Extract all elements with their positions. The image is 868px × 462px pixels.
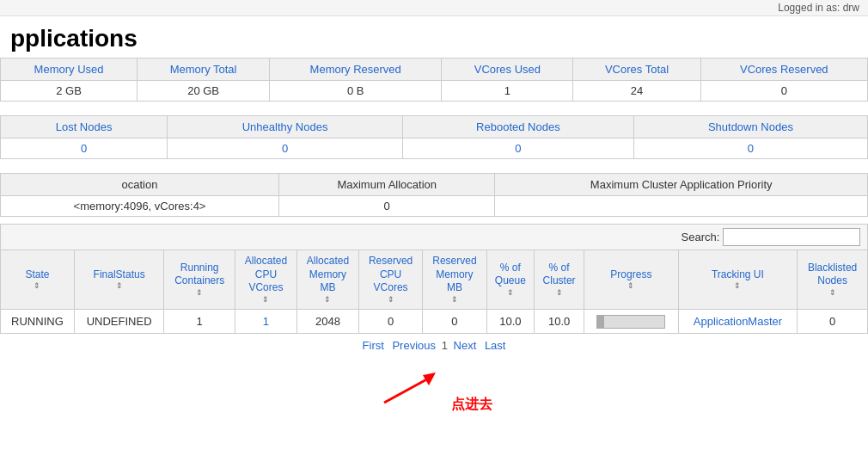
- col-lost-nodes: Lost Nodes: [1, 116, 168, 139]
- cell-cluster-percent: 10.0: [535, 310, 584, 334]
- col-vcores-total: VCores Total: [573, 59, 700, 81]
- pagination: First Previous 1 Next Last: [0, 334, 868, 357]
- cell-queue-percent: 10.0: [486, 310, 534, 334]
- val-shutdown-nodes[interactable]: 0: [633, 139, 867, 159]
- stats-row-nodes: 0 0 0 0: [1, 139, 868, 159]
- cell-reserved-cpu: 0: [358, 310, 422, 334]
- cell-running-containers: 1: [164, 310, 235, 334]
- th-cluster-percent[interactable]: % ofCluster⇕: [535, 250, 584, 310]
- search-label: Search:: [682, 231, 720, 243]
- logged-in-text: Logged in as: drw: [778, 2, 859, 14]
- pagination-page: 1: [442, 339, 448, 352]
- allocation-row: <memory:4096, vCores:4> 0: [1, 196, 868, 217]
- val-vcores-reserved: 0: [700, 81, 867, 102]
- val-max-allocation: 0: [279, 196, 495, 217]
- table-row: RUNNINGUNDEFINED1120480010.010.0Applicat…: [1, 310, 868, 334]
- pagination-first[interactable]: First: [363, 339, 384, 352]
- svg-marker-1: [423, 373, 436, 385]
- val-memory-total: 20 GB: [138, 81, 270, 102]
- pagination-next[interactable]: Next: [454, 339, 477, 352]
- col-cluster-priority: Maximum Cluster Application Priority: [495, 174, 868, 196]
- col-max-allocation: Maximum Allocation: [279, 174, 495, 196]
- red-arrow-icon: [376, 368, 444, 411]
- page-title: pplications: [0, 16, 868, 58]
- col-memory-reserved: Memory Reserved: [270, 59, 442, 81]
- val-lost-nodes[interactable]: 0: [1, 139, 168, 159]
- val-vcores-used: 1: [442, 81, 573, 102]
- top-bar: Logged in as: drw: [0, 0, 868, 16]
- val-cluster-priority: [495, 196, 868, 217]
- val-unhealthy-nodes[interactable]: 0: [168, 139, 403, 159]
- th-running-containers[interactable]: RunningContainers⇕: [164, 250, 235, 310]
- th-state[interactable]: State⇕: [1, 250, 75, 310]
- search-input[interactable]: [723, 228, 860, 246]
- col-shutdown-nodes: Shutdown Nodes: [633, 116, 867, 139]
- stats-table-nodes: Lost Nodes Unhealthy Nodes Rebooted Node…: [0, 115, 868, 159]
- annotation-area: 点进去: [0, 357, 868, 417]
- th-progress[interactable]: Progress⇕: [584, 250, 679, 310]
- cell-reserved-memory: 0: [423, 310, 486, 334]
- val-vcores-total: 24: [573, 81, 700, 102]
- svg-line-0: [384, 377, 431, 403]
- cell-state: RUNNING: [1, 310, 75, 334]
- col-memory-used: Memory Used: [1, 59, 138, 81]
- cell-blacklisted-nodes: 0: [798, 310, 868, 334]
- col-memory-total: Memory Total: [138, 59, 270, 81]
- th-tracking-ui[interactable]: Tracking UI⇕: [678, 250, 797, 310]
- col-unhealthy-nodes: Unhealthy Nodes: [168, 116, 403, 139]
- cell-allocated-cpu: 1: [235, 310, 297, 334]
- col-vcores-reserved: VCores Reserved: [700, 59, 867, 81]
- cell-allocated-memory: 2048: [296, 310, 358, 334]
- pagination-last[interactable]: Last: [485, 339, 506, 352]
- cell-final-status: UNDEFINED: [74, 310, 164, 334]
- val-rebooted-nodes[interactable]: 0: [403, 139, 634, 159]
- th-queue-percent[interactable]: % ofQueue⇕: [486, 250, 534, 310]
- col-min-allocation: ocation: [1, 174, 279, 196]
- col-rebooted-nodes: Rebooted Nodes: [403, 116, 634, 139]
- th-allocated-memory[interactable]: AllocatedMemoryMB⇕: [296, 250, 358, 310]
- cell-tracking-ui[interactable]: ApplicationMaster: [678, 310, 797, 334]
- search-bar: Search:: [0, 224, 868, 249]
- th-blacklisted-nodes[interactable]: BlacklistedNodes⇕: [798, 250, 868, 310]
- annotation-text: 点进去: [451, 396, 492, 414]
- stats-row-resources: 2 GB 20 GB 0 B 1 24 0: [1, 81, 868, 102]
- val-min-allocation: <memory:4096, vCores:4>: [1, 196, 279, 217]
- val-memory-reserved: 0 B: [270, 81, 442, 102]
- th-reserved-cpu[interactable]: ReservedCPUVCores⇕: [358, 250, 422, 310]
- stats-table-resources: Memory Used Memory Total Memory Reserved…: [0, 58, 868, 102]
- applications-table: State⇕ FinalStatus⇕ RunningContainers⇕ A…: [0, 249, 868, 334]
- col-vcores-used: VCores Used: [442, 59, 573, 81]
- val-memory-used: 2 GB: [1, 81, 138, 102]
- th-reserved-memory[interactable]: ReservedMemoryMB⇕: [423, 250, 486, 310]
- cell-progress: [584, 310, 679, 334]
- th-final-status[interactable]: FinalStatus⇕: [74, 250, 164, 310]
- pagination-previous[interactable]: Previous: [392, 339, 436, 352]
- allocation-table: ocation Maximum Allocation Maximum Clust…: [0, 173, 868, 217]
- th-allocated-cpu[interactable]: AllocatedCPUVCores⇕: [235, 250, 297, 310]
